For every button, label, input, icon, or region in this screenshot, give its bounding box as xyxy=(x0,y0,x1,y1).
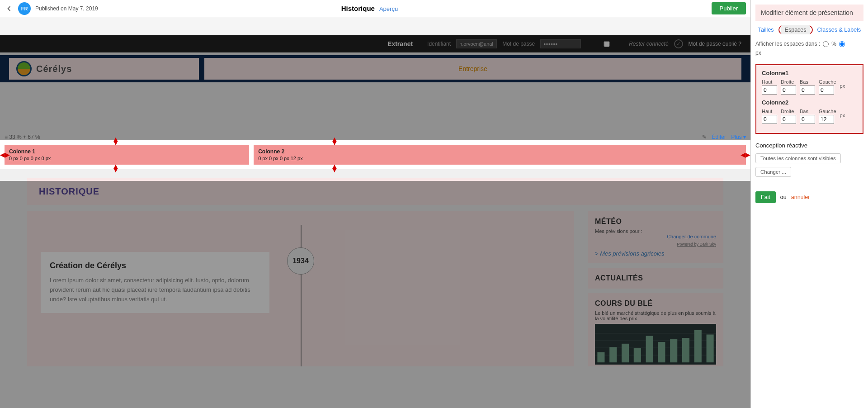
meteo-head: MÉTÉO xyxy=(595,218,716,226)
svg-rect-9 xyxy=(658,342,665,362)
column-1-title: Colonne 1 xyxy=(9,148,245,155)
tab-espaces[interactable]: Espaces xyxy=(781,25,810,34)
column-2-title: Colonne 2 xyxy=(258,148,741,155)
login-submit-icon[interactable]: ✓ xyxy=(674,39,683,48)
svg-rect-10 xyxy=(670,339,677,362)
password-label: Mot de passe xyxy=(502,41,535,47)
event-title: Création de Cérélys xyxy=(50,261,260,270)
meteo-darksky-link[interactable]: Powered by Dark Sky xyxy=(677,242,716,247)
responsive-title: Conception réactive xyxy=(755,142,863,149)
col1-haut-label: Haut xyxy=(762,79,777,85)
side-panel: Modifier élément de présentation Tailles… xyxy=(750,0,868,408)
svg-rect-7 xyxy=(634,348,641,363)
cancel-link[interactable]: annuler xyxy=(791,194,810,200)
extranet-bar: Extranet Identifiant Mot de passe Rester… xyxy=(0,35,750,52)
panel-tabs: Tailles Espaces Classes & Labels xyxy=(755,25,863,34)
col1-gauche-input[interactable] xyxy=(819,85,834,95)
more-link[interactable]: Plus ▾ xyxy=(731,134,746,140)
cours-ble-chart xyxy=(595,324,716,365)
logo-box: Cérélys xyxy=(9,58,199,80)
all-columns-visible-pill: Toutes les colonnes sont visibles xyxy=(755,153,841,163)
lang-badge[interactable]: FR xyxy=(18,2,31,15)
cours-ble-sub: Le blé un marché stratégique de plus en … xyxy=(595,310,716,321)
unit-label: Afficher les espaces dans : xyxy=(755,41,820,47)
back-icon[interactable] xyxy=(5,4,14,13)
col2-name: Colonne2 xyxy=(762,99,857,106)
published-label: Published on May 7, 2019 xyxy=(35,5,98,12)
col2-gauche-input[interactable] xyxy=(819,115,834,124)
publish-button[interactable]: Publier xyxy=(712,2,746,14)
col1-gauche-label: Gauche xyxy=(819,79,836,85)
unit-selector: Afficher les espaces dans : % px xyxy=(755,41,863,56)
column-2[interactable]: Colonne 2 0 px 0 px 0 px 12 px xyxy=(254,145,746,165)
cours-ble-box: COURS DU BLÉ Le blé un marché stratégiqu… xyxy=(588,293,723,366)
layout-editor-strip: ≡ 33 % + 67 % ✎ Éditer Plus ▾ Colonne 1 … xyxy=(0,132,750,169)
col1-bas-label: Bas xyxy=(800,79,815,85)
done-button[interactable]: Fait xyxy=(755,191,776,203)
preview-link[interactable]: Aperçu xyxy=(379,5,398,12)
col2-droite-label: Droite xyxy=(781,109,796,114)
event-body: Lorem ipsum dolor sit amet, consectetur … xyxy=(50,276,260,304)
page-title: Historique xyxy=(341,5,375,12)
col1-droite-label: Droite xyxy=(781,79,796,85)
unit-percent-radio[interactable] xyxy=(823,41,829,47)
tab-classes-labels[interactable]: Classes & Labels xyxy=(817,27,861,33)
page-heading-card: HISTORIQUE xyxy=(27,178,723,205)
timeline-area: 1934 Création de Cérélys Lorem ipsum dol… xyxy=(27,211,574,366)
actualites-head: ACTUALITÉS xyxy=(595,274,716,282)
col2-bas-input[interactable] xyxy=(800,115,815,124)
meteo-agri-link[interactable]: > Mes prévisions agricoles xyxy=(595,250,716,257)
logo-text: Cérélys xyxy=(36,64,72,74)
unit-percent-label: % xyxy=(831,41,836,47)
topbar: FR Published on May 7, 2019 Historique A… xyxy=(0,0,750,17)
year-bubble: 1934 xyxy=(287,247,314,275)
svg-rect-8 xyxy=(646,336,653,363)
col1-name: Colonne1 xyxy=(762,70,857,76)
unit-px-radio[interactable] xyxy=(839,41,845,47)
tab-tailles[interactable]: Tailles xyxy=(758,27,774,33)
svg-rect-12 xyxy=(694,330,702,362)
unit-px-label: px xyxy=(755,50,761,56)
event-card: Création de Cérélys Lorem ipsum dolor si… xyxy=(41,252,269,313)
col1-haut-input[interactable] xyxy=(762,85,777,95)
main-nav: Entreprise xyxy=(204,58,741,80)
px-unit-label: px xyxy=(840,83,845,90)
column-1[interactable]: Colonne 1 0 px 0 px 0 px 0 px xyxy=(5,145,249,165)
svg-rect-6 xyxy=(622,344,629,362)
forgot-password-link[interactable]: Mot de passe oublié ? xyxy=(689,41,741,47)
col2-haut-input[interactable] xyxy=(762,115,777,124)
ratio-label: ≡ 33 % + 67 % xyxy=(5,134,40,140)
svg-rect-11 xyxy=(682,338,689,362)
svg-rect-5 xyxy=(609,347,617,362)
svg-rect-4 xyxy=(597,352,604,363)
logo-icon xyxy=(16,61,32,76)
nav-entreprise[interactable]: Entreprise xyxy=(458,65,487,72)
edit-link[interactable]: Éditer xyxy=(712,134,726,140)
meteo-sub: Mes prévisions pour : xyxy=(595,228,716,234)
svg-rect-13 xyxy=(707,335,714,363)
col2-droite-input[interactable] xyxy=(781,115,796,124)
cours-ble-head: COURS DU BLÉ xyxy=(595,299,716,308)
extranet-title: Extranet xyxy=(387,40,413,47)
col2-gauche-label: Gauche xyxy=(819,109,836,114)
panel-title: Modifier élément de présentation xyxy=(755,5,863,21)
actualites-box: ACTUALITÉS xyxy=(588,268,723,289)
or-label: ou xyxy=(780,194,787,200)
id-label: Identifiant xyxy=(427,41,451,47)
site-header: Cérélys Entreprise xyxy=(0,55,750,82)
spacing-config-box: Colonne1 Haut Droite Bas Gauche px Colon… xyxy=(755,64,863,134)
column-2-spacing: 0 px 0 px 0 px 12 px xyxy=(258,156,741,161)
page-heading: HISTORIQUE xyxy=(39,186,712,197)
remember-label: Rester connecté xyxy=(629,41,668,47)
id-input[interactable] xyxy=(456,39,497,48)
px-unit-label: px xyxy=(840,113,845,120)
remember-checkbox[interactable] xyxy=(586,41,627,47)
password-input[interactable] xyxy=(540,39,581,48)
change-button[interactable]: Changer ... xyxy=(755,167,791,177)
columns-container[interactable]: Colonne 1 0 px 0 px 0 px 0 px Colonne 2 … xyxy=(0,140,750,169)
meteo-change-link[interactable]: Changer de commune xyxy=(667,234,716,239)
col1-droite-input[interactable] xyxy=(781,85,796,95)
col2-haut-label: Haut xyxy=(762,109,777,114)
col1-bas-input[interactable] xyxy=(800,85,815,95)
column-1-spacing: 0 px 0 px 0 px 0 px xyxy=(9,156,245,161)
